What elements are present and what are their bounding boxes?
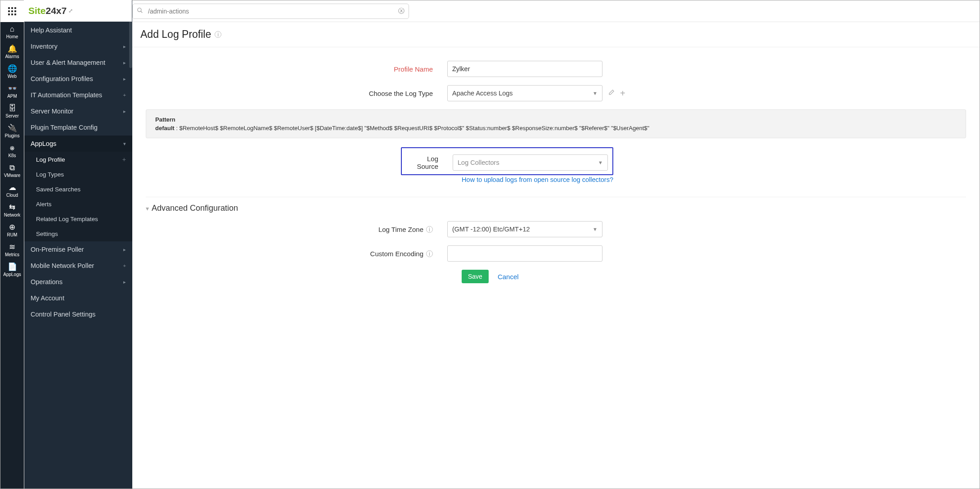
chevron-down-icon: ▾ (123, 141, 126, 147)
add-icon[interactable]: + (620, 88, 625, 99)
subitem-log-types[interactable]: Log Types (24, 167, 132, 182)
rail-k8s[interactable]: ⎈K8s (0, 141, 24, 161)
log-source-highlight: Log Source Log Collectors ▼ (401, 147, 613, 175)
sidebar-user-alert[interactable]: User & Alert Management▸ (24, 54, 132, 71)
search-input[interactable] (132, 4, 409, 19)
svg-point-9 (138, 8, 141, 12)
rail-metrics[interactable]: ≋Metrics (0, 240, 24, 260)
profile-name-input[interactable] (447, 61, 602, 77)
rail-applogs[interactable]: 📄AppLogs (0, 260, 24, 280)
advanced-config-header[interactable]: ▾ Advanced Configuration (146, 197, 966, 213)
log-type-label: Choose the Log Type (146, 90, 447, 97)
rail-cloud[interactable]: ☁Cloud (0, 181, 24, 200)
subitem-saved-searches[interactable]: Saved Searches (24, 182, 132, 197)
pattern-box: Pattern default : $RemoteHost$ $RemoteLo… (146, 109, 966, 138)
sidebar-inventory[interactable]: Inventory▸ (24, 38, 132, 54)
main: Site24x7 ⤢ ⓧ Add Log Profile i Profile N… (132, 0, 980, 489)
page-title: Add Log Profile i (140, 28, 971, 41)
pattern-title: Pattern (155, 116, 957, 123)
sidebar-control-panel[interactable]: Control Panel Settings (24, 306, 132, 322)
log-source-select[interactable]: Log Collectors ▼ (453, 154, 608, 171)
rail-network[interactable]: ⇆Network (0, 200, 24, 220)
topbar: ⓧ (132, 0, 980, 22)
plug-icon: 🔌 (8, 124, 17, 132)
edit-icon[interactable] (608, 89, 615, 98)
log-source-label: Log Source (406, 155, 453, 170)
rum-icon: ⊕ (9, 223, 15, 231)
rail-apm[interactable]: 👓APM (0, 82, 24, 101)
help-link[interactable]: How to upload logs from open source log … (401, 176, 613, 183)
chevron-down-icon: ▼ (598, 160, 603, 165)
rail-server[interactable]: 🗄Server (0, 101, 24, 121)
subitem-settings[interactable]: Settings (24, 226, 132, 241)
chevron-down-icon: ▾ (146, 205, 149, 212)
rail-alarms[interactable]: 🔔Alarms (0, 42, 24, 62)
cloud-icon: ☁ (9, 184, 16, 191)
home-icon: ⌂ (10, 25, 14, 33)
svg-rect-5 (14, 10, 16, 12)
svg-rect-3 (8, 10, 10, 12)
search-wrap: ⓧ (132, 4, 409, 19)
encoding-label: Custom Encoding i (146, 250, 447, 258)
sidebar-help-assistant[interactable]: Help Assistant (24, 22, 132, 38)
caret-icon: ▸ (123, 279, 126, 285)
caret-icon: ▸ (123, 60, 126, 66)
pattern-body: default : $RemoteHost$ $RemoteLogName$ $… (155, 125, 957, 131)
search-icon (137, 7, 143, 15)
sidebar-onpremise-poller[interactable]: On-Premise Poller▸ (24, 241, 132, 258)
save-button[interactable]: Save (462, 270, 489, 283)
expand-icon[interactable]: ⤢ (68, 8, 73, 14)
sidebar-mobile-poller[interactable]: Mobile Network Poller+ (24, 258, 132, 274)
caret-icon: ▸ (123, 247, 126, 253)
subitem-log-profile[interactable]: Log Profile+ (24, 152, 132, 167)
svg-rect-4 (11, 10, 13, 12)
sidebar-operations[interactable]: Operations▸ (24, 274, 132, 290)
sidebar-config-profiles[interactable]: Configuration Profiles▸ (24, 71, 132, 87)
svg-rect-2 (14, 7, 16, 9)
rail-plugins[interactable]: 🔌Plugins (0, 121, 24, 141)
svg-rect-8 (14, 14, 16, 15)
network-icon: ⇆ (9, 204, 15, 211)
icon-rail: ⌂Home 🔔Alarms 🌐Web 👓APM 🗄Server 🔌Plugins… (0, 0, 24, 489)
server-icon: 🗄 (9, 104, 16, 112)
apps-grid-icon[interactable] (8, 0, 16, 22)
subitem-related-templates[interactable]: Related Log Templates (24, 212, 132, 226)
sidebar-applogs[interactable]: AppLogs▾ (24, 136, 132, 152)
rail-home[interactable]: ⌂Home (0, 22, 24, 42)
svg-line-10 (141, 11, 143, 13)
sidebar-my-account[interactable]: My Account (24, 290, 132, 306)
sidebar-plugin-template[interactable]: Plugin Template Config (24, 119, 132, 136)
info-icon[interactable]: i (426, 226, 433, 233)
info-icon[interactable]: i (426, 250, 433, 257)
clear-search-icon[interactable]: ⓧ (398, 7, 405, 15)
timezone-label: Log Time Zone i (146, 226, 447, 233)
plus-icon[interactable]: + (122, 156, 126, 163)
cancel-button[interactable]: Cancel (498, 273, 519, 281)
timezone-select[interactable]: (GMT -12:00) Etc/GMT+12 ▼ (447, 221, 602, 237)
applogs-icon: 📄 (8, 263, 17, 271)
caret-icon: ▸ (123, 44, 126, 50)
svg-rect-0 (8, 7, 10, 9)
sidebar-server-monitor[interactable]: Server Monitor▸ (24, 103, 132, 119)
encoding-input[interactable] (447, 245, 602, 262)
caret-icon: ▸ (123, 109, 126, 114)
bell-icon: 🔔 (8, 45, 17, 53)
kubernetes-icon: ⎈ (10, 144, 14, 152)
plus-icon: + (123, 92, 126, 98)
sidebar: Help Assistant Inventory▸ User & Alert M… (24, 0, 132, 489)
vmware-icon: ⧉ (9, 164, 15, 172)
info-icon[interactable]: i (215, 31, 221, 38)
svg-rect-7 (11, 14, 13, 15)
metrics-icon: ≋ (9, 243, 15, 251)
plus-icon: + (123, 263, 126, 268)
log-type-select[interactable]: Apache Access Logs ▼ (447, 85, 602, 101)
globe-icon: 🌐 (8, 65, 17, 72)
rail-web[interactable]: 🌐Web (0, 62, 24, 82)
binoculars-icon: 👓 (8, 85, 17, 92)
caret-icon: ▸ (123, 76, 126, 82)
rail-vmware[interactable]: ⧉VMware (0, 161, 24, 181)
subitem-alerts[interactable]: Alerts (24, 197, 132, 212)
sidebar-it-automation[interactable]: IT Automation Templates+ (24, 87, 132, 103)
chevron-down-icon: ▼ (593, 226, 598, 232)
rail-rum[interactable]: ⊕RUM (0, 220, 24, 240)
